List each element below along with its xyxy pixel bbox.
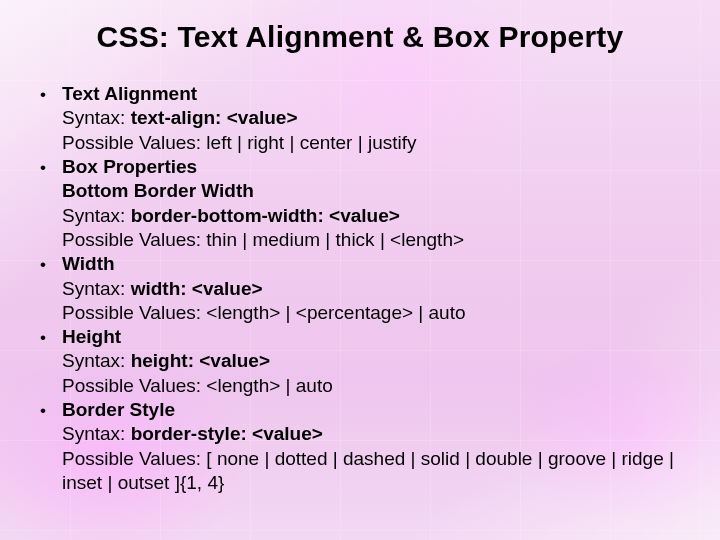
values-line: Possible Values: <length> | <percentage>… <box>40 301 684 325</box>
slide-body: • Text Alignment Syntax: text-align: <va… <box>40 82 684 495</box>
syntax-label: Syntax: <box>62 107 131 128</box>
syntax-code: height: <value> <box>131 350 270 371</box>
bullet-icon: • <box>40 253 62 276</box>
item-heading: Box Properties <box>62 155 197 179</box>
bullet-list: • Text Alignment Syntax: text-align: <va… <box>40 82 684 495</box>
item-subheading: Bottom Border Width <box>40 179 684 203</box>
syntax-code: border-bottom-width: <value> <box>131 205 400 226</box>
item-heading: Text Alignment <box>62 82 197 106</box>
values-line: Possible Values: <length> | auto <box>40 374 684 398</box>
syntax-line: Syntax: border-bottom-width: <value> <box>40 204 684 228</box>
syntax-code: text-align: <value> <box>131 107 298 128</box>
page-title: CSS: Text Alignment & Box Property <box>0 20 720 54</box>
syntax-label: Syntax: <box>62 278 131 299</box>
list-item: • Width Syntax: width: <value> Possible … <box>40 252 684 325</box>
syntax-label: Syntax: <box>62 423 131 444</box>
bullet-icon: • <box>40 83 62 106</box>
syntax-line: Syntax: text-align: <value> <box>40 106 684 130</box>
syntax-line: Syntax: width: <value> <box>40 277 684 301</box>
item-heading: Width <box>62 252 115 276</box>
syntax-code: border-style: <value> <box>131 423 323 444</box>
values-line: Possible Values: left | right | center |… <box>40 131 684 155</box>
bullet-icon: • <box>40 399 62 422</box>
values-line: Possible Values: [ none | dotted | dashe… <box>40 447 684 496</box>
item-heading: Border Style <box>62 398 175 422</box>
bullet-icon: • <box>40 326 62 349</box>
list-item: • Text Alignment Syntax: text-align: <va… <box>40 82 684 155</box>
syntax-line: Syntax: border-style: <value> <box>40 422 684 446</box>
syntax-label: Syntax: <box>62 205 131 226</box>
syntax-line: Syntax: height: <value> <box>40 349 684 373</box>
values-line: Possible Values: thin | medium | thick |… <box>40 228 684 252</box>
syntax-label: Syntax: <box>62 350 131 371</box>
syntax-code: width: <value> <box>131 278 263 299</box>
item-heading: Height <box>62 325 121 349</box>
bullet-icon: • <box>40 156 62 179</box>
list-item: • Box Properties Bottom Border Width Syn… <box>40 155 684 252</box>
list-item: • Height Syntax: height: <value> Possibl… <box>40 325 684 398</box>
list-item: • Border Style Syntax: border-style: <va… <box>40 398 684 495</box>
